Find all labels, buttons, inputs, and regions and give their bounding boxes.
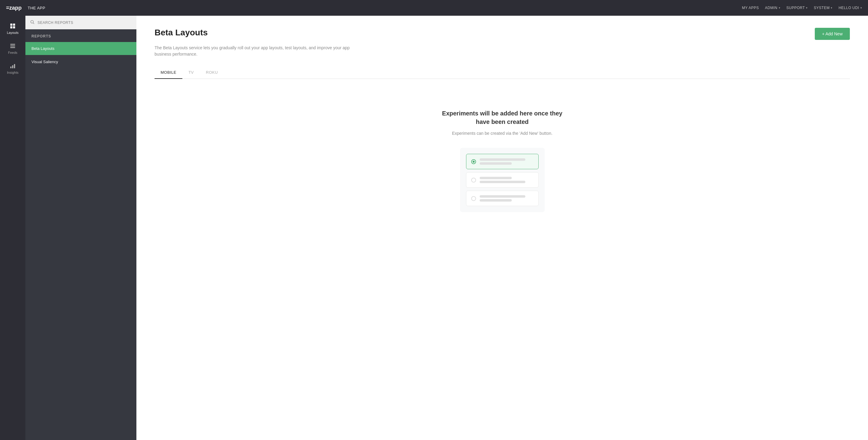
svg-rect-3 (13, 26, 15, 28)
mock-lines-3 (480, 195, 533, 202)
mock-line-2a (480, 177, 512, 179)
mock-line-3b (480, 199, 512, 202)
mock-lines-2 (480, 177, 533, 183)
mock-row-1 (466, 154, 539, 169)
support-dropdown-icon: ▾ (806, 6, 808, 9)
svg-rect-7 (10, 66, 11, 68)
svg-point-10 (31, 21, 34, 23)
insights-icon (10, 63, 16, 69)
admin-dropdown-icon: ▾ (779, 6, 781, 9)
page-header: Beta Layouts + Add New (155, 28, 850, 40)
report-item-beta-layouts[interactable]: Beta Layouts (25, 42, 136, 55)
logo[interactable]: =zapp (6, 5, 22, 11)
svg-rect-4 (10, 44, 15, 45)
add-new-button[interactable]: + Add New (815, 28, 850, 40)
tab-mobile[interactable]: MOBILE (155, 66, 182, 79)
nav-user[interactable]: HELLO UDI ▾ (839, 6, 862, 10)
mock-row-3 (466, 191, 539, 206)
reports-header: REPORTS (25, 29, 136, 42)
feeds-icon (10, 43, 16, 49)
empty-state-title: Experiments will be added here once they… (442, 109, 563, 126)
user-label: HELLO UDI (839, 6, 859, 10)
reports-sidebar: REPORTS Beta Layouts Visual Saliency ⚙ 🗑 (25, 16, 136, 440)
insights-label: Insights (7, 71, 19, 74)
svg-rect-9 (14, 64, 15, 68)
search-bar (25, 16, 136, 29)
system-label: SYSTEM (814, 6, 830, 10)
nav-support[interactable]: SUPPORT ▾ (786, 6, 808, 10)
sidebar-item-feeds[interactable]: Feeds (0, 39, 25, 59)
mock-line-1a (480, 158, 525, 161)
search-icon (30, 20, 34, 25)
mock-radio-1 (471, 159, 476, 164)
my-apps-label: MY APPS (742, 6, 759, 10)
empty-state-illustration (460, 148, 545, 212)
mock-row-2 (466, 172, 539, 188)
tab-roku[interactable]: ROKU (200, 66, 224, 79)
svg-rect-1 (13, 24, 15, 26)
mock-radio-2 (471, 178, 476, 182)
page-description: The Beta Layouts service lets you gradua… (155, 45, 366, 58)
mock-line-2b (480, 181, 525, 183)
top-nav-right: MY APPS ADMIN ▾ SUPPORT ▾ SYSTEM ▾ HELLO… (742, 6, 862, 10)
nav-system[interactable]: SYSTEM ▾ (814, 6, 833, 10)
user-dropdown-icon: ▾ (861, 6, 862, 9)
report-item-label: Visual Saliency (31, 60, 58, 64)
system-dropdown-icon: ▾ (831, 6, 833, 9)
sidebar-item-insights[interactable]: Insights (0, 59, 25, 78)
svg-rect-6 (10, 47, 15, 48)
sidebar-item-layouts[interactable]: Layouts (0, 19, 25, 39)
page-title: Beta Layouts (155, 28, 208, 37)
tab-tv[interactable]: TV (182, 66, 200, 79)
svg-rect-5 (10, 46, 15, 46)
svg-line-11 (33, 23, 34, 24)
top-nav: =zapp THE APP MY APPS ADMIN ▾ SUPPORT ▾ … (0, 0, 868, 16)
svg-rect-8 (12, 65, 13, 68)
layouts-label: Layouts (7, 31, 19, 34)
icon-sidebar: Layouts Feeds Insights (0, 16, 25, 440)
empty-state-subtitle: Experiments can be created via the 'Add … (452, 131, 552, 136)
search-input[interactable] (37, 21, 131, 25)
admin-label: ADMIN (765, 6, 777, 10)
support-label: SUPPORT (786, 6, 805, 10)
main-content: Beta Layouts + Add New The Beta Layouts … (136, 16, 868, 440)
nav-my-apps[interactable]: MY APPS (742, 6, 759, 10)
report-item-label: Beta Layouts (31, 46, 55, 51)
svg-rect-0 (10, 24, 12, 26)
svg-rect-2 (10, 26, 12, 28)
empty-state: Experiments will be added here once they… (155, 91, 850, 230)
mock-lines-1 (480, 158, 533, 165)
settings-icon[interactable]: ⚙ (119, 59, 123, 64)
layouts-icon (10, 23, 16, 29)
tabs: MOBILE TV ROKU (155, 66, 850, 79)
zapp-logo-icon: =zapp (6, 5, 22, 11)
mock-line-3a (480, 195, 525, 198)
mock-radio-3 (471, 196, 476, 201)
main-layout: Layouts Feeds Insights (0, 16, 868, 440)
delete-icon[interactable]: 🗑 (126, 59, 130, 64)
app-title: THE APP (28, 6, 45, 10)
report-item-visual-saliency[interactable]: Visual Saliency ⚙ 🗑 (25, 55, 136, 68)
feeds-label: Feeds (8, 51, 18, 55)
mock-line-1b (480, 162, 512, 165)
nav-admin[interactable]: ADMIN ▾ (765, 6, 780, 10)
